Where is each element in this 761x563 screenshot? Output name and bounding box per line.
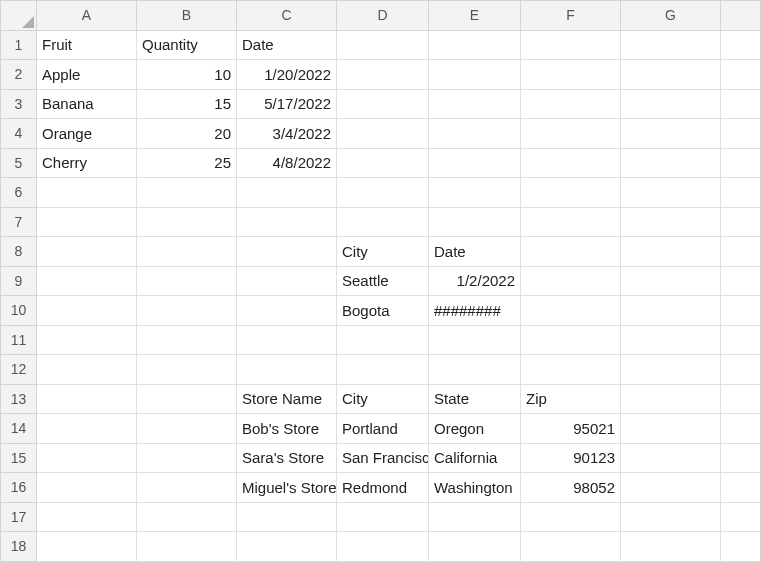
cell-C5[interactable]: 4/8/2022	[237, 149, 337, 179]
cell-extra-10[interactable]	[721, 296, 761, 326]
cell-F7[interactable]	[521, 208, 621, 238]
cell-G14[interactable]	[621, 414, 721, 444]
cell-D2[interactable]	[337, 60, 429, 90]
cell-B4[interactable]: 20	[137, 119, 237, 149]
cell-B5[interactable]: 25	[137, 149, 237, 179]
cell-D8[interactable]: City	[337, 237, 429, 267]
cell-C3[interactable]: 5/17/2022	[237, 90, 337, 120]
cell-E10[interactable]: ########	[429, 296, 521, 326]
cell-A8[interactable]	[37, 237, 137, 267]
row-header-8[interactable]: 8	[1, 237, 37, 267]
cell-C15[interactable]: Sara's Store	[237, 444, 337, 474]
row-header-17[interactable]: 17	[1, 503, 37, 533]
cell-A10[interactable]	[37, 296, 137, 326]
cell-C18[interactable]	[237, 532, 337, 562]
cell-G6[interactable]	[621, 178, 721, 208]
cell-B11[interactable]	[137, 326, 237, 356]
cell-B15[interactable]	[137, 444, 237, 474]
cell-extra-5[interactable]	[721, 149, 761, 179]
cell-extra-1[interactable]	[721, 31, 761, 61]
cell-extra-11[interactable]	[721, 326, 761, 356]
cell-A13[interactable]	[37, 385, 137, 415]
cell-extra-4[interactable]	[721, 119, 761, 149]
row-header-13[interactable]: 13	[1, 385, 37, 415]
row-header-2[interactable]: 2	[1, 60, 37, 90]
cell-E16[interactable]: Washington	[429, 473, 521, 503]
row-header-3[interactable]: 3	[1, 90, 37, 120]
row-header-12[interactable]: 12	[1, 355, 37, 385]
cell-C17[interactable]	[237, 503, 337, 533]
cell-F11[interactable]	[521, 326, 621, 356]
column-header-A[interactable]: A	[37, 1, 137, 31]
cell-B17[interactable]	[137, 503, 237, 533]
cell-B12[interactable]	[137, 355, 237, 385]
cell-B2[interactable]: 10	[137, 60, 237, 90]
cell-E1[interactable]	[429, 31, 521, 61]
cell-D16[interactable]: Redmond	[337, 473, 429, 503]
row-header-16[interactable]: 16	[1, 473, 37, 503]
select-all-corner[interactable]	[1, 1, 37, 31]
cell-D4[interactable]	[337, 119, 429, 149]
cell-G8[interactable]	[621, 237, 721, 267]
cell-C1[interactable]: Date	[237, 31, 337, 61]
cell-B14[interactable]	[137, 414, 237, 444]
cell-C14[interactable]: Bob's Store	[237, 414, 337, 444]
cell-F6[interactable]	[521, 178, 621, 208]
cell-extra-2[interactable]	[721, 60, 761, 90]
row-header-4[interactable]: 4	[1, 119, 37, 149]
spreadsheet-grid[interactable]: ABCDEFG1FruitQuantityDate2Apple101/20/20…	[1, 1, 760, 562]
cell-A14[interactable]	[37, 414, 137, 444]
cell-F2[interactable]	[521, 60, 621, 90]
row-header-9[interactable]: 9	[1, 267, 37, 297]
cell-G1[interactable]	[621, 31, 721, 61]
column-header-E[interactable]: E	[429, 1, 521, 31]
cell-extra-7[interactable]	[721, 208, 761, 238]
cell-F8[interactable]	[521, 237, 621, 267]
cell-G15[interactable]	[621, 444, 721, 474]
cell-G13[interactable]	[621, 385, 721, 415]
row-header-1[interactable]: 1	[1, 31, 37, 61]
cell-D3[interactable]	[337, 90, 429, 120]
cell-B18[interactable]	[137, 532, 237, 562]
cell-E3[interactable]	[429, 90, 521, 120]
cell-C8[interactable]	[237, 237, 337, 267]
cell-D11[interactable]	[337, 326, 429, 356]
cell-G3[interactable]	[621, 90, 721, 120]
cell-A18[interactable]	[37, 532, 137, 562]
cell-F15[interactable]: 90123	[521, 444, 621, 474]
cell-B13[interactable]	[137, 385, 237, 415]
cell-G9[interactable]	[621, 267, 721, 297]
row-header-7[interactable]: 7	[1, 208, 37, 238]
cell-extra-9[interactable]	[721, 267, 761, 297]
cell-C7[interactable]	[237, 208, 337, 238]
cell-E17[interactable]	[429, 503, 521, 533]
cell-G10[interactable]	[621, 296, 721, 326]
cell-C12[interactable]	[237, 355, 337, 385]
cell-D7[interactable]	[337, 208, 429, 238]
cell-D13[interactable]: City	[337, 385, 429, 415]
cell-F13[interactable]: Zip	[521, 385, 621, 415]
cell-C2[interactable]: 1/20/2022	[237, 60, 337, 90]
row-header-6[interactable]: 6	[1, 178, 37, 208]
cell-B9[interactable]	[137, 267, 237, 297]
cell-G16[interactable]	[621, 473, 721, 503]
cell-G12[interactable]	[621, 355, 721, 385]
cell-extra-13[interactable]	[721, 385, 761, 415]
cell-G2[interactable]	[621, 60, 721, 90]
cell-G7[interactable]	[621, 208, 721, 238]
cell-F9[interactable]	[521, 267, 621, 297]
cell-D12[interactable]	[337, 355, 429, 385]
row-header-14[interactable]: 14	[1, 414, 37, 444]
cell-A1[interactable]: Fruit	[37, 31, 137, 61]
cell-extra-12[interactable]	[721, 355, 761, 385]
cell-F17[interactable]	[521, 503, 621, 533]
cell-A7[interactable]	[37, 208, 137, 238]
cell-D17[interactable]	[337, 503, 429, 533]
cell-D9[interactable]: Seattle	[337, 267, 429, 297]
cell-B3[interactable]: 15	[137, 90, 237, 120]
row-header-18[interactable]: 18	[1, 532, 37, 562]
column-header-extra[interactable]	[721, 1, 761, 31]
cell-G4[interactable]	[621, 119, 721, 149]
cell-D1[interactable]	[337, 31, 429, 61]
cell-F1[interactable]	[521, 31, 621, 61]
